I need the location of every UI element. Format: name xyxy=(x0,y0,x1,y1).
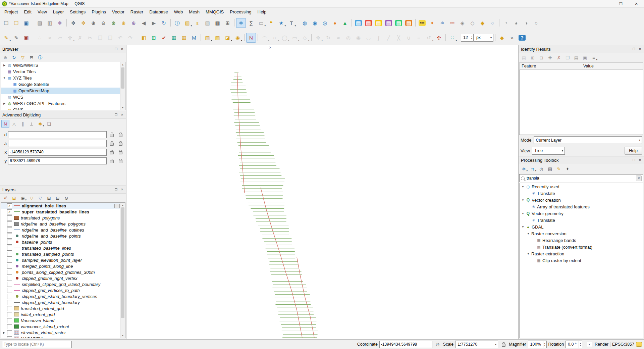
zoom-to-selection-button[interactable]: ⊕ xyxy=(119,18,128,28)
browser-float-button[interactable]: ❐ xyxy=(113,47,119,52)
expander-icon[interactable]: ▼ xyxy=(521,212,525,215)
processing-search-input[interactable] xyxy=(526,176,635,181)
select-within-button[interactable]: ▨ xyxy=(213,33,222,43)
cad-a-input[interactable] xyxy=(8,140,107,147)
label-rotate-button[interactable]: ◌ xyxy=(488,18,497,28)
clear-search-icon[interactable]: ✕ xyxy=(636,176,642,181)
text-annotation-button[interactable]: T▾ xyxy=(286,18,296,28)
layer-checkbox[interactable] xyxy=(7,258,12,263)
quickmap-services-button[interactable]: ▲ xyxy=(340,18,350,28)
select-freehand-button[interactable]: ◪▾ xyxy=(223,33,232,43)
help-button[interactable]: ? xyxy=(517,33,527,43)
layer-checkbox[interactable] xyxy=(7,234,12,239)
layer-checkbox[interactable] xyxy=(7,228,12,233)
scroll-down-icon[interactable]: ▼ xyxy=(120,333,125,338)
ptb-item-translate[interactable]: ✳Translate xyxy=(520,217,643,223)
spin-arrows-icon[interactable]: ▴▾ xyxy=(543,341,546,348)
menu-database[interactable]: Database xyxy=(146,8,171,15)
view-select[interactable]: Tree ▾ xyxy=(532,147,565,155)
layer-checkbox[interactable]: ✓ xyxy=(7,209,12,214)
layer-checkbox[interactable] xyxy=(7,270,12,275)
layer-item-translated-polygons[interactable]: translated_polygons xyxy=(1,215,125,221)
scroll-down-icon[interactable]: ▼ xyxy=(120,105,125,110)
identify-settings-button[interactable]: ≡▾ xyxy=(590,54,598,62)
layer-checkbox[interactable] xyxy=(7,215,12,220)
layer-checkbox[interactable] xyxy=(7,318,12,323)
toggle-editing-button[interactable]: ✎ xyxy=(11,33,21,43)
layer-styling-button[interactable]: ✐ xyxy=(1,194,9,202)
diagram-show-button[interactable]: ◑ xyxy=(521,18,531,28)
history-button[interactable]: ◷ xyxy=(537,165,545,173)
menu-layer[interactable]: Layer xyxy=(50,8,67,15)
layer-item-points-along-clipped-gridlines-300m[interactable]: points_along_clipped_gridlines_300m xyxy=(1,269,125,275)
layer-checkbox[interactable] xyxy=(7,246,12,251)
expand-tree-button[interactable]: ⊞ xyxy=(529,54,537,62)
layer-checkbox[interactable] xyxy=(7,336,12,338)
scripts-button[interactable]: π▾ xyxy=(529,165,537,173)
minimize-button[interactable]: ─ xyxy=(598,0,613,7)
identify-features-button[interactable]: ⓘ xyxy=(172,18,182,28)
font-units-select[interactable]: px▾ xyxy=(474,34,493,42)
expander-icon[interactable]: ▶ xyxy=(2,337,6,338)
identify-close-button[interactable]: ✕ xyxy=(637,47,643,52)
coordinate-input[interactable] xyxy=(379,341,432,348)
layer-item-nasadem[interactable]: ▶NASADEM xyxy=(1,336,125,338)
pan-map-button[interactable]: ✥ xyxy=(68,18,78,28)
layer-checkbox[interactable] xyxy=(7,294,12,299)
refresh-map-button[interactable]: ↻ xyxy=(159,18,169,28)
browser-item-wcs[interactable]: ◍WCS xyxy=(1,94,125,100)
lock-d-button[interactable] xyxy=(108,131,115,138)
osm-place-search-button[interactable]: ● xyxy=(330,18,340,28)
snap-common-angles-button[interactable]: ✱▾ xyxy=(36,120,44,128)
ptb-item-array-of-translated-features[interactable]: ✳Array of translated features xyxy=(520,203,643,210)
layer-item-elevation-virtual-raster[interactable]: ▶elevation_virtual_raster xyxy=(1,330,125,336)
map-themes-button[interactable]: ◉▾ xyxy=(19,194,27,202)
map-canvas[interactable]: × xyxy=(126,45,518,339)
plugin-chip-3[interactable]: ▤ xyxy=(374,18,383,28)
browser-refresh-button[interactable]: ↻ xyxy=(10,53,18,61)
expander-icon[interactable]: ▶ xyxy=(2,331,6,334)
layer-item-sampled-elevation-point-layer[interactable]: sampled_elevation_point_layer xyxy=(1,257,125,263)
ptb-item-rearrange-bands[interactable]: ▦Rearrange bands xyxy=(520,237,643,244)
layer-item-ridgeline-and-baseline-polygons[interactable]: ridgeline_and_baseline_polygons xyxy=(1,221,125,227)
check-geometries-button[interactable]: ✔ xyxy=(159,33,169,43)
browser-collapse-all-button[interactable]: ⊟ xyxy=(28,53,36,61)
new-project-button[interactable]: ❏ xyxy=(1,18,11,28)
label-toolbar-extra-button[interactable]: ◆ xyxy=(497,33,507,43)
browser-close-button[interactable]: ✕ xyxy=(119,47,125,52)
plugin-chip-6[interactable]: ▤ xyxy=(404,18,414,28)
scale-lock-icon[interactable] xyxy=(500,341,507,348)
layer-item-super-translated-baseline-lines[interactable]: ✓super_translated_baseline_lines xyxy=(1,209,125,215)
measure-button[interactable]: ▭▾ xyxy=(256,18,266,28)
layer-item-translated-baseline-lines[interactable]: translated_baseline_lines xyxy=(1,245,125,251)
plugin-chip-1[interactable]: ▤ xyxy=(354,18,363,28)
perpendicular-button[interactable]: ⊥ xyxy=(28,120,36,128)
menu-plugins[interactable]: Plugins xyxy=(89,8,109,15)
scale-combo[interactable]: 1:7751270 ▾ xyxy=(455,341,498,348)
zoom-full-button[interactable]: ⊛ xyxy=(109,18,118,28)
value-column-header[interactable]: Value xyxy=(581,63,643,69)
menu-project[interactable]: Project xyxy=(1,8,21,15)
ad-float-button[interactable]: ❐ xyxy=(113,112,119,117)
scroll-thumb[interactable] xyxy=(121,67,124,89)
layers-close-button[interactable]: ✕ xyxy=(119,187,125,192)
save-project-button[interactable]: ▣ xyxy=(21,18,31,28)
options-button[interactable]: ✦ xyxy=(564,165,572,173)
layer-item-clipped-grid-vertices-to-path[interactable]: clipped_grid_vertices_to_path xyxy=(1,287,125,293)
expander-icon[interactable]: ▼ xyxy=(521,226,525,229)
feature-column-header[interactable]: Feature xyxy=(520,63,581,69)
diagram-options-button[interactable]: ◔ xyxy=(501,18,511,28)
collapse-tree-button[interactable]: ⊟ xyxy=(537,54,545,62)
label-style-button[interactable]: ✦ xyxy=(427,18,437,28)
map-tips-button[interactable]: ❝ xyxy=(266,18,276,28)
browser-properties-button[interactable]: ⓘ xyxy=(36,53,44,61)
diagram-move-button[interactable]: ○ xyxy=(531,18,541,28)
select-by-location-button[interactable]: ▧▾ xyxy=(203,33,212,43)
parallel-button[interactable]: ∥ xyxy=(19,120,27,128)
web-service-button[interactable]: ◉ xyxy=(310,18,320,28)
ptb-item-recently-used[interactable]: ▼◷Recently used xyxy=(520,183,643,190)
repeating-lock-d-button[interactable] xyxy=(117,131,124,138)
current-edits-button[interactable]: ✎▾ xyxy=(1,33,11,43)
open-project-button[interactable]: ❐ xyxy=(11,18,21,28)
layer-checkbox[interactable] xyxy=(7,324,12,329)
